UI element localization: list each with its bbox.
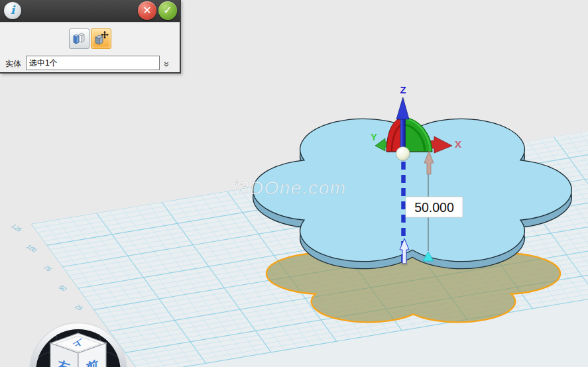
svg-text:25: 25 xyxy=(73,304,84,311)
entity-row: 实体 xyxy=(0,56,180,70)
entity-label: 实体 xyxy=(5,58,21,70)
panel-titlebar xyxy=(0,0,180,23)
command-panel: 实体 xyxy=(0,0,181,74)
x-axis-label: X xyxy=(455,138,461,150)
svg-text:125: 125 xyxy=(9,223,23,233)
copy-bodies-icon xyxy=(72,30,87,46)
y-axis-label: Y xyxy=(371,131,377,142)
mode-button-row xyxy=(0,28,180,49)
gizmo-origin-sphere[interactable] xyxy=(396,147,410,161)
confirm-button[interactable] xyxy=(158,1,177,20)
svg-text:75: 75 xyxy=(42,265,53,272)
measurement-value[interactable]: 50.000 xyxy=(406,197,463,217)
z-axis-label: Z xyxy=(400,84,406,95)
svg-text:50: 50 xyxy=(57,285,68,292)
svg-text:50.000: 50.000 xyxy=(414,200,454,215)
contact-shadow xyxy=(400,263,408,266)
copy-mode-button[interactable] xyxy=(69,28,89,49)
move-body-icon xyxy=(93,30,109,46)
info-icon[interactable] xyxy=(4,2,21,19)
rotate-handle-y[interactable] xyxy=(404,117,432,152)
cancel-button[interactable] xyxy=(138,1,156,20)
expand-button[interactable] xyxy=(159,56,175,70)
entity-input[interactable] xyxy=(26,56,160,70)
watermark: i3DOne.com xyxy=(233,178,347,198)
svg-text:100: 100 xyxy=(25,244,38,253)
double-chevron-down-icon xyxy=(160,62,174,66)
move-mode-button[interactable] xyxy=(91,28,111,49)
